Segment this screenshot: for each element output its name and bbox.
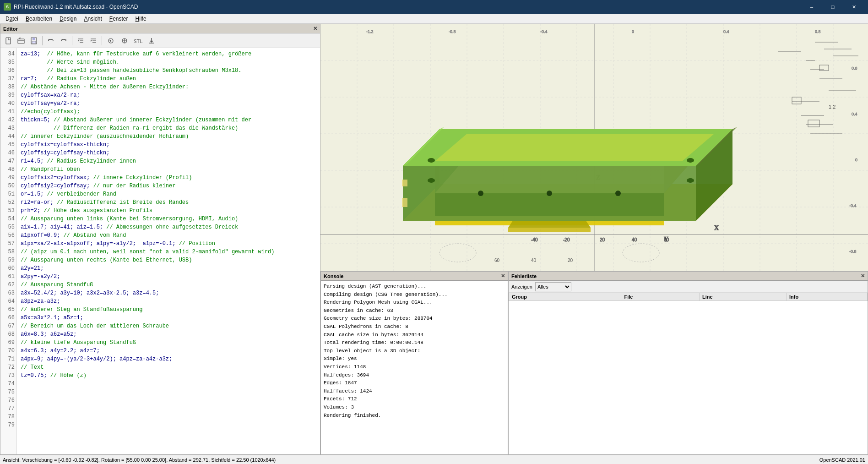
menu-datei[interactable]: Datei xyxy=(2,15,22,23)
render-preview-button[interactable] xyxy=(104,35,117,47)
menu-bar: Datei Bearbeiten Design Ansicht Fenster … xyxy=(0,14,868,24)
line-number: 59 xyxy=(2,256,15,264)
3d-viewport[interactable]: -40 -20 20 40 60 Z Y X xyxy=(320,24,868,271)
unindent-button[interactable] xyxy=(87,35,99,47)
editor-close-button[interactable]: ✕ xyxy=(313,26,317,32)
console-title: Konsole xyxy=(324,273,343,279)
svg-rect-70 xyxy=(402,180,407,186)
indent-button[interactable] xyxy=(75,35,87,47)
code-line: a3pz=za-a3z; xyxy=(21,297,316,306)
console-message: Top level object is a 3D object: xyxy=(324,347,505,355)
line-number: 54 xyxy=(2,215,15,223)
svg-marker-55 xyxy=(435,193,664,216)
save-button[interactable] xyxy=(28,35,40,47)
line-number: 66 xyxy=(2,314,15,322)
svg-text:-0.8: -0.8 xyxy=(449,29,456,34)
code-line: a1pxoff=0.9; // Abstand vom Rand xyxy=(21,231,316,240)
svg-point-65 xyxy=(478,191,483,196)
line-number: 74 xyxy=(2,380,15,388)
code-line: // Differenz der Radien ra-ri ergibt das… xyxy=(21,124,316,132)
code-line: cyloffsiy2=cyloffsay; // nur der Radius … xyxy=(21,182,316,190)
line-number: 71 xyxy=(2,355,15,363)
console-message: Vertices: 1148 xyxy=(324,363,505,371)
code-line: cyloffsax=xa/2-ra; xyxy=(21,91,316,99)
filter-select[interactable]: Alles Fehler Warnungen xyxy=(535,282,571,291)
code-line: // (a1pz um 0.1 nach unten, weil sonst "… xyxy=(21,248,316,256)
console-close-button[interactable]: ✕ xyxy=(501,273,505,279)
code-line: a1px=xa/2-a1x-a1pxoff; a1py=-a1y/2; a1pz… xyxy=(21,240,316,248)
code-content[interactable]: za=13; // Höhe, kann für Testdrucke auf … xyxy=(17,48,320,454)
svg-point-63 xyxy=(428,158,435,163)
menu-fenster[interactable]: Fenster xyxy=(106,15,132,23)
line-number: 51 xyxy=(2,190,15,198)
console-message: Parsing design (AST generation)... xyxy=(324,283,505,291)
code-line: za=13; // Höhe, kann für Testdrucke auf … xyxy=(21,50,316,58)
svg-rect-1 xyxy=(18,39,24,44)
svg-text:40: 40 xyxy=(632,237,637,242)
export-stl-button[interactable]: STL xyxy=(132,35,145,47)
line-number: 61 xyxy=(2,273,15,281)
minimize-button[interactable]: – xyxy=(801,0,822,14)
close-button[interactable]: ✕ xyxy=(843,0,864,14)
code-line: // Text xyxy=(21,363,316,371)
render-full-button[interactable] xyxy=(118,35,131,47)
export-button[interactable] xyxy=(146,35,157,47)
line-number: 41 xyxy=(2,108,15,116)
col-info: Info xyxy=(787,293,868,301)
col-group: Group xyxy=(509,293,621,301)
svg-text:-1.2: -1.2 xyxy=(366,29,374,34)
svg-rect-4 xyxy=(32,41,36,44)
menu-bearbeiten[interactable]: Bearbeiten xyxy=(22,15,56,23)
svg-text:-0.4: -0.4 xyxy=(540,29,548,34)
console-message: Geometry cache size in bytes: 288704 xyxy=(324,315,505,323)
svg-text:-20: -20 xyxy=(563,237,570,242)
svg-text:0.4: 0.4 xyxy=(723,29,729,34)
line-number: 36 xyxy=(2,66,15,75)
title-bar: S RPI-Rueckwand-1.2 mit Aufsatz.scad - O… xyxy=(0,0,868,14)
menu-design[interactable]: Design xyxy=(56,15,80,23)
open-button[interactable] xyxy=(15,35,27,47)
line-number: 63 xyxy=(2,289,15,297)
error-header: Fehlerliste ✕ xyxy=(509,272,868,281)
console-message: Simple: yes xyxy=(324,355,505,363)
redo-button[interactable] xyxy=(58,35,70,47)
code-line: // Aussparung unten links (Kante bei Str… xyxy=(21,215,316,223)
editor-panel: Editor ✕ xyxy=(0,24,320,455)
editor-toolbar: STL xyxy=(0,33,320,48)
svg-text:-0.8: -0.8 xyxy=(849,249,857,254)
console-message: Volumes: 3 xyxy=(324,404,505,412)
line-number: 38 xyxy=(2,83,15,91)
console-message: Edges: 1847 xyxy=(324,379,505,388)
code-line: a2py=-a2y/2; xyxy=(21,273,316,281)
toolbar-separator-3 xyxy=(102,36,102,45)
svg-rect-3 xyxy=(33,38,35,40)
svg-text:0.8: 0.8 xyxy=(852,66,857,71)
svg-text:-0.4: -0.4 xyxy=(849,203,857,208)
code-line: a6x=8.3; a6z=a5z; xyxy=(21,330,316,338)
new-button[interactable] xyxy=(2,35,14,47)
line-number: 78 xyxy=(2,413,15,421)
console-content[interactable]: Parsing design (AST generation)...Compil… xyxy=(321,281,508,454)
line-number: 76 xyxy=(2,396,15,404)
col-file: File xyxy=(621,293,699,301)
line-number: 58 xyxy=(2,248,15,256)
line-number: 60 xyxy=(2,264,15,273)
code-line: // äußerer Steg an Standfußaussparung xyxy=(21,306,316,314)
editor-title: Editor xyxy=(3,26,18,32)
error-close-button[interactable]: ✕ xyxy=(861,273,865,279)
maximize-button[interactable]: □ xyxy=(822,0,843,14)
svg-marker-59 xyxy=(435,134,714,161)
svg-point-67 xyxy=(547,191,552,196)
line-number: 34 xyxy=(2,50,15,58)
menu-hilfe[interactable]: Hilfe xyxy=(132,15,150,23)
line-number: 39 xyxy=(2,91,15,99)
menu-ansicht[interactable]: Ansicht xyxy=(80,15,105,23)
code-line: a4x=6.3; a4y=2.2; a4z=7; xyxy=(21,347,316,355)
undo-button[interactable] xyxy=(45,35,57,47)
line-number: 45 xyxy=(2,141,15,149)
code-line: cyloffsiy=cyloffsay-thickn; xyxy=(21,149,316,157)
code-line: // Randprofil oben xyxy=(21,165,316,174)
console-message: Halfedges: 3694 xyxy=(324,371,505,380)
error-table-container: Group File Line Info xyxy=(509,293,868,454)
code-line: a5x=a3x*2.1; a5z=1; xyxy=(21,314,316,322)
